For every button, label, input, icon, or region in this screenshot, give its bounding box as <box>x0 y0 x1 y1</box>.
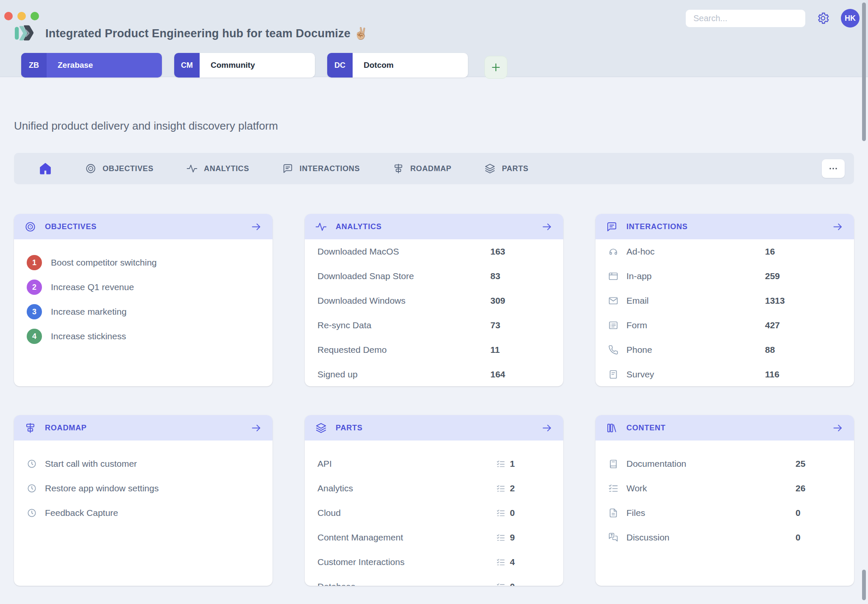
analytics-metric-row[interactable]: Signed up 164 <box>305 362 563 386</box>
objective-item[interactable]: 4 Increase stickiness <box>14 324 273 349</box>
roadmap-item[interactable]: Start call with customer <box>14 452 273 476</box>
minimize-button[interactable] <box>17 12 26 20</box>
parts-card-header: PARTS <box>305 415 563 441</box>
interaction-channel-row[interactable]: Email 1313 <box>595 288 854 313</box>
analytics-metric-row[interactable]: Requested Demo 11 <box>305 338 563 362</box>
content-type-row[interactable]: Work 26 <box>595 476 854 501</box>
part-row[interactable]: Cloud 0 <box>305 501 563 525</box>
search-input[interactable] <box>686 10 805 27</box>
main-content: Unified product delivery and insight dis… <box>0 119 868 586</box>
card-title: ROADMAP <box>45 424 87 432</box>
roadmap-list: Start call with customer Restore app win… <box>14 441 273 586</box>
list-checks-icon <box>608 483 618 493</box>
section-navbar: OBJECTIVES ANALYTICS INTERACTIONS ROADMA… <box>14 153 854 184</box>
milestone-icon <box>393 163 404 174</box>
nav-item-analytics[interactable]: ANALYTICS <box>186 163 249 174</box>
part-row[interactable]: Database 0 <box>305 574 563 586</box>
list-checks-icon <box>496 484 505 493</box>
book-icon <box>608 459 618 469</box>
part-row[interactable]: Content Management 9 <box>305 525 563 550</box>
interaction-channel-row[interactable]: In-app 259 <box>595 264 854 288</box>
app-logo-icon <box>14 24 34 43</box>
nav-item-parts[interactable]: PARTS <box>484 163 529 174</box>
part-row[interactable]: Customer Interactions 4 <box>305 550 563 574</box>
list-checks-icon <box>496 582 505 586</box>
arrow-right-icon[interactable] <box>541 221 553 233</box>
content-list: Documentation 25 Work 26 Files 0 Discuss… <box>595 441 854 586</box>
nav-item-objectives[interactable]: OBJECTIVES <box>85 163 153 174</box>
workspace-name: Dotcom <box>353 53 405 78</box>
interaction-channel-row[interactable]: Survey 116 <box>595 362 854 386</box>
arrow-right-icon[interactable] <box>832 422 843 434</box>
roadmap-item[interactable]: Feedback Capture <box>14 501 273 525</box>
analytics-metric-row[interactable]: Downloaded Windows 309 <box>305 288 563 313</box>
interactions-list: Ad-hoc 16 In-app 259 Email 1313 Form 427 <box>595 239 854 386</box>
arrow-right-icon[interactable] <box>541 422 553 434</box>
nav-item-roadmap[interactable]: ROADMAP <box>393 163 451 174</box>
gear-icon[interactable] <box>816 11 830 25</box>
file-icon <box>608 508 618 518</box>
more-options-button[interactable] <box>822 159 845 178</box>
interactions-card-header: INTERACTIONS <box>595 214 854 239</box>
target-icon <box>25 221 36 233</box>
layers-icon <box>315 422 327 434</box>
activity-icon <box>186 163 198 174</box>
phone-icon <box>608 345 618 355</box>
arrow-right-icon[interactable] <box>250 221 262 233</box>
objectives-list: 1 Boost competitor switching 2 Increase … <box>14 239 273 386</box>
arrow-right-icon[interactable] <box>832 221 843 233</box>
workspace-tab-zerabase[interactable]: ZB Zerabase <box>21 53 162 78</box>
analytics-metric-row[interactable]: Downloaded MacOS 163 <box>305 239 563 264</box>
part-count: 0 <box>496 508 551 518</box>
window-header: HK Integrated Product Engineering hub fo… <box>0 0 868 77</box>
roadmap-card: ROADMAP Start call with customer Restore… <box>14 415 273 586</box>
workspace-tab-dotcom[interactable]: DC Dotcom <box>327 53 468 78</box>
form-list-icon <box>608 320 618 330</box>
milestone-icon <box>25 422 36 434</box>
analytics-metric-row[interactable]: Re-sync Data 73 <box>305 313 563 338</box>
home-icon[interactable] <box>39 162 52 175</box>
objective-number-badge: 1 <box>27 255 42 270</box>
objective-item[interactable]: 1 Boost competitor switching <box>14 250 273 275</box>
headphones-icon <box>608 247 618 257</box>
roadmap-item[interactable]: Restore app window settings <box>14 476 273 501</box>
traffic-lights <box>4 12 39 20</box>
content-type-row[interactable]: Files 0 <box>595 501 854 525</box>
message-square-icon <box>282 163 293 174</box>
analytics-card-header: ANALYTICS <box>305 214 563 239</box>
workspace-name: Zerabase <box>47 53 104 78</box>
card-title: ANALYTICS <box>336 222 382 231</box>
zoom-button[interactable] <box>31 12 39 20</box>
parts-list: API 1 Analytics 2 Cloud <box>305 441 563 586</box>
card-title: PARTS <box>336 424 363 432</box>
content-type-row[interactable]: Discussion 0 <box>595 525 854 550</box>
avatar[interactable]: HK <box>841 9 860 28</box>
message-square-icon <box>606 221 618 233</box>
part-row[interactable]: API 1 <box>305 452 563 476</box>
interaction-channel-row[interactable]: Form 427 <box>595 313 854 338</box>
clock-icon <box>27 508 37 518</box>
clock-icon <box>27 483 37 493</box>
analytics-list: Downloaded MacOS 163 Downloaded Snap Sto… <box>305 239 563 386</box>
workspace-name: Community <box>200 53 266 78</box>
arrow-right-icon[interactable] <box>250 422 262 434</box>
workspace-tab-community[interactable]: CM Community <box>174 53 315 78</box>
objective-number-badge: 2 <box>27 280 42 295</box>
nav-item-interactions[interactable]: INTERACTIONS <box>282 163 360 174</box>
mail-icon <box>608 296 618 306</box>
interactions-card: INTERACTIONS Ad-hoc 16 In-app 259 <box>595 214 854 386</box>
content-card-header: CONTENT <box>595 415 854 441</box>
list-checks-icon <box>496 509 505 518</box>
plus-icon[interactable] <box>484 56 507 79</box>
objective-item[interactable]: 3 Increase marketing <box>14 299 273 324</box>
objective-item[interactable]: 2 Increase Q1 revenue <box>14 275 273 299</box>
interaction-channel-row[interactable]: Phone 88 <box>595 338 854 362</box>
card-title: OBJECTIVES <box>45 222 97 231</box>
interaction-channel-row[interactable]: Ad-hoc 16 <box>595 239 854 264</box>
analytics-metric-row[interactable]: Downloaded Snap Store 83 <box>305 264 563 288</box>
close-button[interactable] <box>4 12 13 20</box>
workspace-badge: ZB <box>21 53 47 78</box>
part-row[interactable]: Analytics 2 <box>305 476 563 501</box>
content-type-row[interactable]: Documentation 25 <box>595 452 854 476</box>
content-card: CONTENT Documentation 25 Work 26 <box>595 415 854 586</box>
